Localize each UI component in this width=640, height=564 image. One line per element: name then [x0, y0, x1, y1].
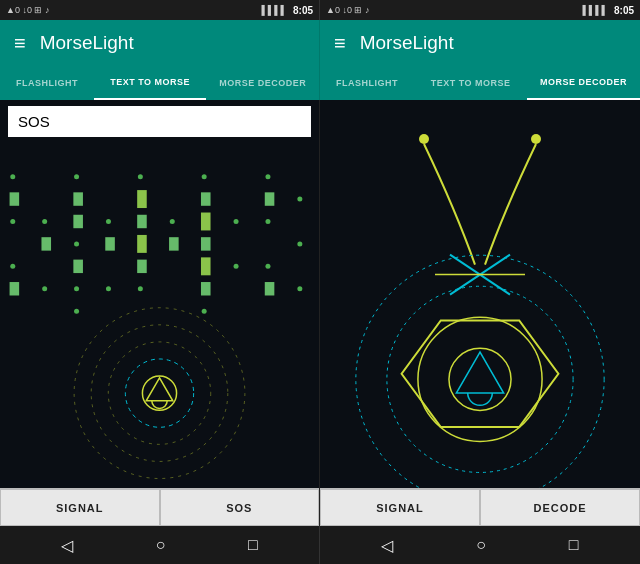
left-panel: SIGNAL SOS [0, 100, 320, 526]
tab-morse-decoder-left[interactable]: MORSE DECODER [206, 66, 319, 100]
sos-button[interactable]: SOS [160, 489, 320, 526]
tab-flashlight-left[interactable]: FLASHLIGHT [0, 66, 94, 100]
decoder-visualization [320, 100, 640, 488]
back-icon-right[interactable]: ◁ [381, 536, 393, 555]
status-time-left: 8:05 [293, 5, 313, 16]
home-icon-left[interactable]: ○ [156, 536, 166, 554]
tab-flashlight-right[interactable]: FLASHLIGHT [320, 66, 414, 100]
app-title-left: MorseLight [40, 32, 134, 54]
hamburger-icon-right[interactable]: ≡ [334, 32, 346, 55]
tab-text-to-morse-left[interactable]: TEXT TO MORSE [94, 66, 207, 100]
tab-bar-right: FLASHLIGHT TEXT TO MORSE MORSE DECODER [320, 66, 640, 100]
recent-icon-right[interactable]: □ [569, 536, 579, 554]
home-icon-right[interactable]: ○ [476, 536, 486, 554]
morse-visualization [0, 143, 319, 488]
tab-text-to-morse-right[interactable]: TEXT TO MORSE [414, 66, 527, 100]
text-input[interactable] [8, 106, 311, 137]
signal-button-right[interactable]: SIGNAL [320, 489, 480, 526]
signal-button-left[interactable]: SIGNAL [0, 489, 160, 526]
left-button-row: SIGNAL SOS [0, 488, 319, 526]
signal-icons-left: ▌▌▌▌ 8:05 [261, 5, 313, 16]
nav-bar-right: ◁ ○ □ [320, 526, 640, 564]
app-title-right: MorseLight [360, 32, 454, 54]
signal-icons-right: ▌▌▌▌ 8:05 [582, 5, 634, 16]
hamburger-icon-left[interactable]: ≡ [14, 32, 26, 55]
status-bar-left: ▲0 ↓0 ⊞ ♪ ▌▌▌▌ 8:05 [0, 0, 320, 20]
decode-button[interactable]: DECODE [480, 489, 640, 526]
status-icons-right: ▲0 ↓0 ⊞ ♪ [326, 5, 369, 15]
app-bar-left: ≡ MorseLight [0, 20, 320, 66]
status-time-right: 8:05 [614, 5, 634, 16]
nav-bar-left: ◁ ○ □ [0, 526, 320, 564]
status-icons-left: ▲0 ↓0 ⊞ ♪ [6, 5, 49, 15]
right-button-row: SIGNAL DECODE [320, 488, 640, 526]
right-panel: SIGNAL DECODE [320, 100, 640, 526]
input-area [0, 100, 319, 143]
recent-icon-left[interactable]: □ [248, 536, 258, 554]
app-bar-right: ≡ MorseLight [320, 20, 640, 66]
back-icon-left[interactable]: ◁ [61, 536, 73, 555]
tab-morse-decoder-right[interactable]: MORSE DECODER [527, 66, 640, 100]
status-bar-right: ▲0 ↓0 ⊞ ♪ ▌▌▌▌ 8:05 [320, 0, 640, 20]
morse-dots-canvas [0, 143, 319, 488]
tab-bar-left: FLASHLIGHT TEXT TO MORSE MORSE DECODER [0, 66, 320, 100]
decoder-canvas [320, 100, 640, 488]
